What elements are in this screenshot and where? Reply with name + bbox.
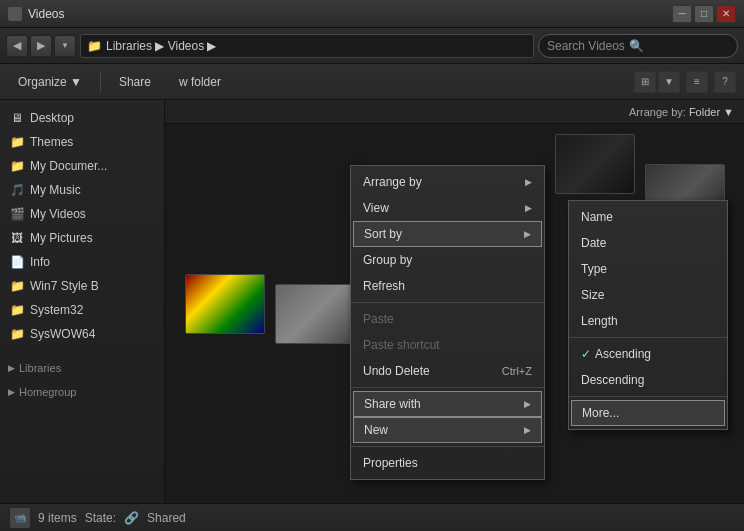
nav-buttons: ◀ ▶ ▼	[6, 35, 76, 57]
menu-item-sort-by[interactable]: Sort by ▶	[353, 221, 542, 247]
menu-item-paste-shortcut: Paste shortcut	[351, 332, 544, 358]
sidebar-section-libraries[interactable]: ▶ Libraries	[0, 354, 164, 378]
path-text: Libraries ▶ Videos ▶	[106, 39, 217, 53]
sort-item-label: Ascending	[595, 347, 651, 361]
help-button[interactable]: ?	[714, 71, 736, 93]
submenu-arrow-icon: ▶	[524, 399, 531, 409]
menu-item-label: New	[364, 423, 388, 437]
sort-item-size[interactable]: Size	[569, 282, 727, 308]
sidebar-item-myvideos[interactable]: 🎬 My Videos	[0, 202, 164, 226]
forward-button[interactable]: ▶	[30, 35, 52, 57]
menu-item-label: View	[363, 201, 389, 215]
menu-item-group-by[interactable]: Group by	[351, 247, 544, 273]
shared-label: Shared	[147, 511, 186, 525]
sidebar-item-mydocuments[interactable]: 📁 My Documer...	[0, 154, 164, 178]
sort-item-more[interactable]: More...	[571, 400, 725, 426]
view-details-button[interactable]: ≡	[686, 71, 708, 93]
sidebar-item-system32[interactable]: 📁 System32	[0, 298, 164, 322]
status-bar: 📹 9 items State: 🔗 Shared	[0, 503, 744, 531]
folder-icon: 📁	[87, 39, 102, 53]
sidebar-item-label: Desktop	[30, 111, 74, 125]
search-box[interactable]: Search Videos 🔍	[538, 34, 738, 58]
menu-item-paste: Paste	[351, 306, 544, 332]
menu-shortcut-text: Ctrl+Z	[502, 365, 532, 377]
sidebar-item-themes[interactable]: 📁 Themes	[0, 130, 164, 154]
shared-icon: 🔗	[124, 511, 139, 525]
sidebar-item-syswow64[interactable]: 📁 SysWOW64	[0, 322, 164, 346]
state-label: State:	[85, 511, 116, 525]
libraries-arrow-icon: ▶	[8, 363, 15, 373]
sort-item-date[interactable]: Date	[569, 230, 727, 256]
maximize-button[interactable]: □	[694, 5, 714, 23]
sort-item-label: Date	[581, 236, 606, 250]
sidebar-item-label: My Videos	[30, 207, 86, 221]
sidebar-item-mymusic[interactable]: 🎵 My Music	[0, 178, 164, 202]
sidebar-section-label: Homegroup	[19, 386, 76, 398]
submenu-arrow-icon: ▶	[525, 177, 532, 187]
sort-item-label: Name	[581, 210, 613, 224]
sort-item-label: Type	[581, 262, 607, 276]
mypictures-icon: 🖼	[10, 231, 24, 245]
share-button[interactable]: Share	[109, 69, 161, 95]
mydocuments-icon: 📁	[10, 159, 24, 173]
sort-separator-1	[569, 337, 727, 338]
title-bar: Videos ─ □ ✕	[0, 0, 744, 28]
menu-item-label: Refresh	[363, 279, 405, 293]
sidebar-item-label: SysWOW64	[30, 327, 95, 341]
sort-submenu: Name Date Type Size Length ✓ Ascending	[568, 200, 728, 430]
window-icon	[8, 7, 22, 21]
context-menu-overlay: Arrange by ▶ View ▶ Sort by ▶ Group by R…	[165, 100, 744, 503]
sidebar-item-label: My Music	[30, 183, 81, 197]
sidebar-item-label: System32	[30, 303, 83, 317]
toolbar-right: ⊞ ▼ ≡ ?	[634, 71, 736, 93]
submenu-arrow-icon: ▶	[525, 203, 532, 213]
close-button[interactable]: ✕	[716, 5, 736, 23]
sidebar-item-label: My Pictures	[30, 231, 93, 245]
sort-item-length[interactable]: Length	[569, 308, 727, 334]
sidebar-item-label: Themes	[30, 135, 73, 149]
sidebar-item-info[interactable]: 📄 Info	[0, 250, 164, 274]
menu-separator-3	[351, 446, 544, 447]
system32-icon: 📁	[10, 303, 24, 317]
menu-item-label: Arrange by	[363, 175, 422, 189]
sidebar: 🖥 Desktop 📁 Themes 📁 My Documer... 🎵 My …	[0, 100, 165, 503]
menu-separator-2	[351, 387, 544, 388]
search-icon: 🔍	[629, 39, 644, 53]
address-path[interactable]: 📁 Libraries ▶ Videos ▶	[80, 34, 534, 58]
sort-item-ascending[interactable]: ✓ Ascending	[569, 341, 727, 367]
menu-item-label: Share with	[364, 397, 421, 411]
sort-item-label: More...	[582, 406, 619, 420]
menu-item-view[interactable]: View ▶	[351, 195, 544, 221]
menu-item-new[interactable]: New ▶	[353, 417, 542, 443]
sidebar-item-win7style[interactable]: 📁 Win7 Style B	[0, 274, 164, 298]
title-bar-controls: ─ □ ✕	[672, 5, 736, 23]
menu-item-refresh[interactable]: Refresh	[351, 273, 544, 299]
menu-item-undo-delete[interactable]: Undo Delete Ctrl+Z	[351, 358, 544, 384]
minimize-button[interactable]: ─	[672, 5, 692, 23]
check-icon: ✓	[581, 347, 591, 361]
sort-item-type[interactable]: Type	[569, 256, 727, 282]
menu-item-share-with[interactable]: Share with ▶	[353, 391, 542, 417]
toolbar: Organize ▼ Share w folder ⊞ ▼ ≡ ?	[0, 64, 744, 100]
sidebar-item-label: My Documer...	[30, 159, 107, 173]
view-icons: ⊞ ▼	[634, 71, 680, 93]
address-bar: ◀ ▶ ▼ 📁 Libraries ▶ Videos ▶ Search Vide…	[0, 28, 744, 64]
dropdown-button[interactable]: ▼	[54, 35, 76, 57]
menu-item-label: Group by	[363, 253, 412, 267]
menu-item-arrange-by[interactable]: Arrange by ▶	[351, 169, 544, 195]
new-folder-button[interactable]: w folder	[169, 69, 231, 95]
info-icon: 📄	[10, 255, 24, 269]
menu-item-label: Undo Delete	[363, 364, 430, 378]
view-dropdown-button[interactable]: ▼	[658, 71, 680, 93]
sort-item-descending[interactable]: Descending	[569, 367, 727, 393]
sort-item-name[interactable]: Name	[569, 204, 727, 230]
back-button[interactable]: ◀	[6, 35, 28, 57]
sidebar-item-desktop[interactable]: 🖥 Desktop	[0, 106, 164, 130]
sidebar-item-mypictures[interactable]: 🖼 My Pictures	[0, 226, 164, 250]
menu-item-properties[interactable]: Properties	[351, 450, 544, 476]
organize-button[interactable]: Organize ▼	[8, 69, 92, 95]
sidebar-section-label: Libraries	[19, 362, 61, 374]
view-change-button[interactable]: ⊞	[634, 71, 656, 93]
main-layout: 🖥 Desktop 📁 Themes 📁 My Documer... 🎵 My …	[0, 100, 744, 503]
sidebar-section-homegroup[interactable]: ▶ Homegroup	[0, 378, 164, 402]
